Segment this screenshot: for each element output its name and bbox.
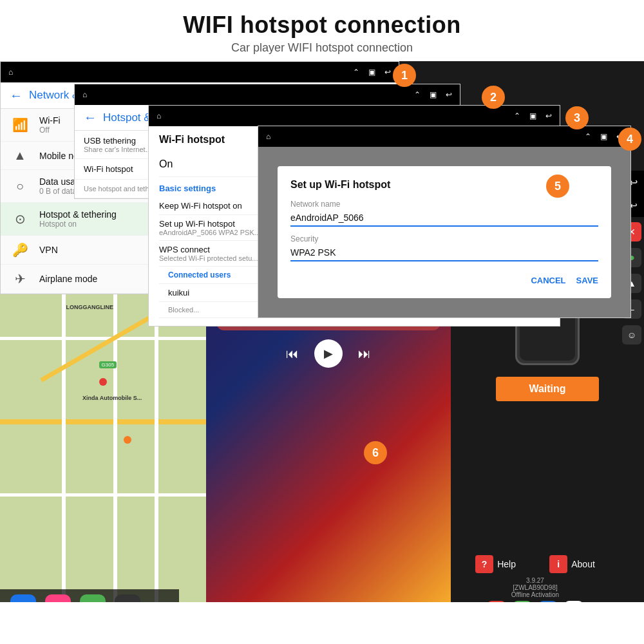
step-badge-4: 4 xyxy=(618,128,641,151)
carplay-icon[interactable]: ▲ xyxy=(538,601,558,602)
map-pin-destination xyxy=(99,378,107,386)
step-badge-3: 3 xyxy=(565,106,589,129)
bottom-app-icons: ▶ A ▲ ▲ xyxy=(459,601,612,602)
map-label-road: LONGGANGLINE xyxy=(66,304,113,310)
android-statusbar-4: ⌂ ⌃ ▣ ↩ xyxy=(258,126,630,147)
back-button-2[interactable]: ← xyxy=(84,110,97,125)
step-badge-1: 1 xyxy=(393,64,416,87)
nav-icons-3: ⌃ ▣ ↩ xyxy=(514,111,552,120)
carplay-app-dock: 🗺 ♪ 💬 ⋯ xyxy=(0,589,179,602)
android-statusbar-2: ⌂ ⌃ ▣ ↩ xyxy=(75,84,460,105)
nav-back-icon-2[interactable]: ↩ xyxy=(446,90,452,99)
vpn-icon: 🔑 xyxy=(11,242,29,258)
map-road-1 xyxy=(0,337,206,340)
rewind-button[interactable]: ⏮ xyxy=(286,346,299,361)
screen4-wifi-hotspot-dialog: ⌂ ⌃ ▣ ↩ Set up Wi-Fi hotspot Network nam… xyxy=(258,126,631,318)
youtube-icon[interactable]: ▶ xyxy=(487,601,506,602)
home-icon-4: ⌂ xyxy=(266,132,270,141)
android-statusbar-3: ⌂ ⌃ ▣ ↩ xyxy=(149,106,560,126)
wifi-label: Wi-Fi xyxy=(39,115,61,126)
help-about-row: ? Help i About xyxy=(459,555,612,573)
home-icon: ⌂ xyxy=(8,68,13,77)
cancel-button[interactable]: CANCEL xyxy=(531,276,565,285)
map-route-label: G305 xyxy=(99,361,117,368)
nav-square-icon-3[interactable]: ▣ xyxy=(529,111,536,120)
nav-icons-2: ⌃ ▣ ↩ xyxy=(414,90,452,99)
nav-up-icon-2[interactable]: ⌃ xyxy=(414,90,421,99)
android-auto-icon[interactable]: A xyxy=(513,601,532,602)
step-badge-5: 5 xyxy=(546,175,569,198)
map-label-xinda: Xinda Automobile S... xyxy=(82,395,142,401)
save-button[interactable]: SAVE xyxy=(576,276,598,285)
carplay-music-icon[interactable]: ♪ xyxy=(45,594,71,602)
carplay-messages-icon[interactable]: 💬 xyxy=(80,594,106,602)
about-label: About xyxy=(571,559,595,569)
carplay-apps-icon[interactable]: ⋯ xyxy=(115,594,140,602)
hotspot-on-label: On xyxy=(159,158,173,170)
version-section: 3.9.27[ZWLAB90D98]Offline Activation ▶ A… xyxy=(459,577,612,602)
play-button[interactable]: ▶ xyxy=(314,339,343,368)
screenshot-area: ⌂ ⌃ ▣ ↩ ← Network & Internet ⋮ 📶 Wi-Fi O… xyxy=(0,61,644,602)
about-icon: i xyxy=(549,555,567,573)
nav-up-icon-3[interactable]: ⌃ xyxy=(514,111,520,120)
nav-square-icon-2[interactable]: ▣ xyxy=(430,90,437,99)
help-label: Help xyxy=(497,559,516,569)
version-text: 3.9.27[ZWLAB90D98]Offline Activation xyxy=(459,577,612,598)
security-input[interactable] xyxy=(290,245,598,261)
help-icon: ? xyxy=(475,555,493,573)
zlink-bottom-section: ? Help i About 3.9.27[ZWLAB90D98]Offline… xyxy=(451,550,620,602)
page-subtitle: Car player WIFI hotspot connection xyxy=(0,41,644,55)
help-button[interactable]: ? Help xyxy=(475,555,516,573)
airplane-icon: ✈ xyxy=(11,271,29,287)
playback-controls: ⏮ ▶ ⏭ xyxy=(206,339,451,368)
security-label: Security xyxy=(290,234,598,243)
network-name-input[interactable] xyxy=(290,210,598,227)
nav-up-icon-4[interactable]: ⌃ xyxy=(585,132,591,141)
nav-icons-1: ⌃ ▣ ↩ xyxy=(353,68,391,77)
about-button[interactable]: i About xyxy=(549,555,595,573)
dialog-actions: CANCEL SAVE xyxy=(290,276,598,285)
vpn-label: VPN xyxy=(39,245,58,255)
mobile-icon: ▲ xyxy=(11,148,29,163)
nav-square-icon-4[interactable]: ▣ xyxy=(600,132,607,141)
page-title: WIFI hotspot connection xyxy=(0,12,644,39)
step-badge-6: 6 xyxy=(364,441,387,464)
map-main-road xyxy=(0,419,206,424)
back-button-1[interactable]: ← xyxy=(10,88,23,103)
android-statusbar-1: ⌂ ⌃ ▣ ↩ xyxy=(1,62,399,82)
hotspot-icon: ⊙ xyxy=(11,211,29,227)
nav-icons-4: ⌃ ▣ ↩ xyxy=(585,132,623,141)
smiley-btn[interactable]: ☺ xyxy=(622,325,641,345)
nav-up-icon[interactable]: ⌃ xyxy=(353,68,359,77)
step-badge-2: 2 xyxy=(482,86,505,109)
nav-square-icon[interactable]: ▣ xyxy=(368,68,375,77)
data-icon: ○ xyxy=(11,179,29,194)
network-name-label: Network name xyxy=(290,200,598,209)
maps-icon[interactable]: ▲ xyxy=(564,601,583,602)
waiting-button[interactable]: Waiting xyxy=(496,377,599,401)
hotspot-status: Hotspot on xyxy=(39,220,117,229)
map-road-2 xyxy=(0,493,206,497)
page-header: WIFI hotspot connection Car player WIFI … xyxy=(0,0,644,61)
airplane-label: Airplane mode xyxy=(39,274,97,284)
map-diagonal-road xyxy=(40,314,154,382)
carplay-maps-icon[interactable]: 🗺 xyxy=(10,594,36,602)
wifi-status: Off xyxy=(39,126,61,135)
map-pin-current xyxy=(124,436,131,444)
wifi-icon: 📶 xyxy=(11,117,29,133)
fast-forward-button[interactable]: ⏭ xyxy=(358,346,371,361)
home-icon-2: ⌂ xyxy=(82,90,87,99)
hotspot-label: Hotspot & tethering xyxy=(39,209,117,220)
dialog-overlay: Set up Wi-Fi hotspot Network name Securi… xyxy=(258,147,630,317)
nav-back-icon-3[interactable]: ↩ xyxy=(545,111,552,120)
nav-back-icon[interactable]: ↩ xyxy=(384,68,391,77)
home-icon-3: ⌂ xyxy=(156,111,161,120)
